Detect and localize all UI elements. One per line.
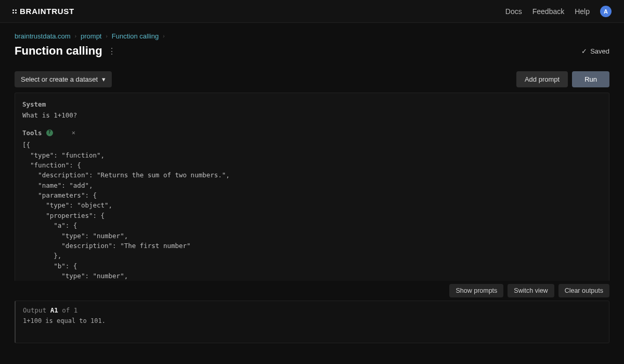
nav-help[interactable]: Help (575, 7, 590, 16)
run-button[interactable]: Run (572, 71, 609, 87)
show-prompts-button[interactable]: Show prompts (449, 284, 503, 297)
mid-actions: Show prompts Switch view Clear outputs (15, 281, 609, 301)
output-label-prefix: Output (23, 306, 50, 314)
close-icon[interactable]: ✕ (72, 128, 75, 138)
logo-text: BRAINTRUST (20, 7, 74, 16)
add-prompt-button[interactable]: Add prompt (516, 71, 568, 87)
logo-icon (12, 9, 17, 14)
breadcrumb-item-2[interactable]: Function calling (112, 32, 159, 40)
dataset-select[interactable]: Select or create a dataset ▾ (15, 71, 112, 87)
chevron-right-icon: › (75, 33, 76, 39)
caret-down-icon: ▾ (102, 75, 106, 83)
switch-view-button[interactable]: Switch view (508, 284, 554, 297)
kebab-menu-icon[interactable]: ⋮ (108, 46, 116, 56)
saved-label: Saved (590, 47, 609, 55)
app-header: BRAINTRUST Docs Feedback Help A (0, 0, 624, 23)
breadcrumb: braintrustdata.com › prompt › Function c… (0, 23, 624, 44)
nav-feedback[interactable]: Feedback (532, 7, 564, 16)
dataset-select-label: Select or create a dataset (21, 75, 98, 83)
action-row: Select or create a dataset ▾ Add prompt … (0, 63, 624, 93)
chevron-right-icon: › (163, 33, 164, 39)
output-run-id: A1 (50, 306, 58, 314)
system-label: System (22, 99, 602, 109)
saved-indicator: ✓ Saved (581, 47, 609, 55)
page-title: Function calling (15, 44, 102, 58)
help-icon[interactable]: ? (46, 129, 53, 136)
output-panel: Output A1 of 1 1+100 is equal to 101. (15, 301, 609, 343)
title-row: Function calling ⋮ ✓ Saved (0, 44, 624, 63)
check-icon: ✓ (581, 47, 587, 55)
output-text: 1+100 is equal to 101. (23, 317, 602, 324)
clear-outputs-button[interactable]: Clear outputs (558, 284, 609, 297)
output-header: Output A1 of 1 (23, 306, 602, 314)
chevron-right-icon: › (106, 33, 107, 39)
output-label-suffix: of 1 (58, 306, 78, 314)
system-text[interactable]: What is 1+100? (22, 110, 602, 120)
nav-docs[interactable]: Docs (505, 7, 522, 16)
avatar[interactable]: A (600, 6, 612, 17)
prompt-editor[interactable]: System What is 1+100? Tools ? ✕ [{ "type… (15, 93, 609, 281)
tools-label: Tools (22, 128, 42, 138)
tools-code[interactable]: [{ "type": "function", "function": { "de… (22, 140, 602, 281)
nav-right: Docs Feedback Help A (505, 6, 612, 17)
logo[interactable]: BRAINTRUST (12, 7, 74, 16)
breadcrumb-item-0[interactable]: braintrustdata.com (15, 32, 71, 40)
breadcrumb-item-1[interactable]: prompt (81, 32, 101, 40)
